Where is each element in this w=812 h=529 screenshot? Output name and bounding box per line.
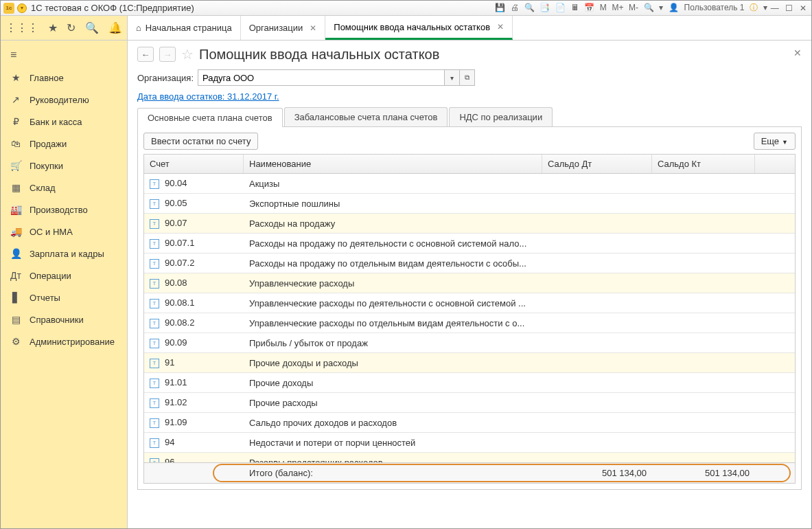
tab-assistant[interactable]: Помощник ввода начальных остатков ✕ [325,16,513,40]
table-row[interactable]: T90.09Прибыль / убыток от продаж [144,333,795,353]
hamburger-icon[interactable]: ≡ [1,43,127,67]
preview-icon[interactable]: 🔍 [524,3,535,12]
sidebar-item-5[interactable]: ▦Склад [1,177,127,199]
sidebar-item-8[interactable]: 👤Зарплата и кадры [1,243,127,264]
sidebar-item-11[interactable]: ▤Справочники [1,308,127,330]
sidebar-item-1[interactable]: ↗Руководителю [1,89,127,111]
col-debit[interactable]: Сальдо Дт [542,155,652,173]
table-row[interactable]: T90.07.1Расходы на продажу по деятельнос… [144,234,795,254]
history-icon[interactable]: ↻ [67,21,76,34]
tab-organizations[interactable]: Организации ✕ [241,16,326,40]
col-account[interactable]: Счет [144,155,244,173]
nav-forward-button[interactable]: → [159,47,176,62]
close-button[interactable]: ✕ [800,3,807,13]
zoom-icon[interactable]: 🔍 [644,3,654,12]
sidebar-icon: 🏭 [10,204,21,215]
grid-body[interactable]: T90.04АкцизыT90.05Экспортные пошлиныT90.… [144,174,795,462]
table-row[interactable]: T90.05Экспортные пошлины [144,194,795,214]
table-row[interactable]: T91.09Сальдо прочих доходов и расходов [144,413,795,433]
sidebar-item-4[interactable]: 🛒Покупки [1,155,127,177]
sidebar-item-label: Администрирование [30,337,115,347]
maximize-button[interactable]: ☐ [785,3,793,13]
memory-mminus-button[interactable]: M- [629,3,638,12]
calculator-icon[interactable]: 🖩 [571,3,579,12]
sidebar-item-6[interactable]: 🏭Производство [1,199,127,221]
star-icon[interactable]: ★ [48,21,58,34]
sidebar-icon: ▦ [10,182,21,193]
minimize-button[interactable]: — [771,3,779,13]
subtab-main-accounts[interactable]: Основные счета плана счетов [137,108,283,127]
user-name-label[interactable]: Пользователь 1 [684,3,745,12]
date-link[interactable]: Дата ввода остатков: 31.12.2017 г. [137,91,279,102]
favorite-star-icon[interactable]: ☆ [181,46,194,63]
org-input[interactable] [198,69,445,86]
sidebar-icon: ★ [10,72,21,83]
total-label: Итого (баланс): [244,468,542,478]
table-row[interactable]: T90.04Акцизы [144,174,795,194]
table-row[interactable]: T94Недостачи и потери от порчи ценностей [144,433,795,453]
info-dropdown-icon[interactable]: ▾ [763,3,767,12]
sidebar-icon: 🛍 [10,138,21,149]
table-row[interactable]: T96Резервы предстоящих расходов [144,453,795,462]
sidebar-item-0[interactable]: ★Главное [1,67,127,89]
account-icon: T [150,418,159,428]
title-bar: 1c ▾ 1С тестовая с ОКОФ (1С:Предприятие)… [1,1,811,16]
bell-icon[interactable]: 🔔 [108,21,122,34]
subtab-vat[interactable]: НДС по реализации [449,107,553,126]
sidebar-item-label: Отчеты [30,293,60,303]
sidebar-item-9[interactable]: ДтОперации [1,264,127,286]
sidebar-item-label: Руководителю [30,95,89,105]
col-credit[interactable]: Сальдо Кт [652,155,755,173]
user-icon[interactable]: 👤 [669,3,679,12]
copy-icon[interactable]: 📄 [555,3,566,12]
sidebar-item-label: Покупки [30,161,63,171]
subtab-offbalance-accounts[interactable]: Забалансовые счета плана счетов [284,107,448,126]
sidebar-item-label: Справочники [30,315,84,325]
tab-close-icon[interactable]: ✕ [497,22,504,32]
table-row[interactable]: T91Прочие доходы и расходы [144,353,795,373]
org-open-button[interactable]: ⧉ [460,69,475,86]
sidebar-item-12[interactable]: ⚙Администрирование [1,330,127,352]
table-row[interactable]: T90.08Управленческие расходы [144,273,795,293]
org-dropdown-button[interactable]: ▾ [445,69,460,86]
tab-organizations-label: Организации [249,23,303,33]
nav-sidebar: ≡ ★Главное↗Руководителю₽Банк и касса🛍Про… [1,41,128,528]
save-icon[interactable]: 💾 [495,3,505,12]
memory-m-button[interactable]: M [600,3,607,12]
enter-balances-button[interactable]: Ввести остатки по счету [143,133,258,150]
calendar-icon[interactable]: 📅 [584,3,594,12]
sidebar-item-label: Продажи [30,139,67,149]
table-row[interactable]: T91.01Прочие доходы [144,373,795,393]
sidebar-item-2[interactable]: ₽Банк и касса [1,111,127,133]
sidebar-icon: 🛒 [10,160,21,171]
sidebar-item-10[interactable]: ▋Отчеты [1,286,127,308]
nav-back-button[interactable]: ← [137,47,154,62]
table-row[interactable]: T90.07.2Расходы на продажу по отдельным … [144,254,795,273]
table-row[interactable]: T90.08.1Управленческие расходы по деятел… [144,293,795,313]
sidebar-icon: ▋ [10,292,21,303]
info-icon[interactable]: ⓘ [750,3,758,12]
more-button[interactable]: Еще▼ [754,133,796,150]
memory-mplus-button[interactable]: M+ [612,3,623,12]
compare-icon[interactable]: 📑 [540,3,550,12]
window-title: 1С тестовая с ОКОФ (1С:Предприятие) [31,3,494,13]
sidebar-item-label: Зарплата и кадры [30,249,104,259]
apps-icon[interactable]: ⋮⋮⋮ [5,21,38,34]
sidebar-item-3[interactable]: 🛍Продажи [1,133,127,155]
form-close-icon[interactable]: ✕ [793,47,802,58]
sidebar-icon: ▤ [10,314,21,325]
table-row[interactable]: T90.07Расходы на продажу [144,214,795,234]
app-menu-dropdown[interactable]: ▾ [17,3,27,13]
help-dropdown-icon[interactable]: ▾ [659,3,663,12]
tab-home[interactable]: ⌂ Начальная страница [128,16,241,40]
table-row[interactable]: T90.08.2Управленческие расходы по отдель… [144,313,795,333]
home-icon: ⌂ [136,23,141,33]
col-name[interactable]: Наименование [244,155,542,173]
sidebar-icon: ↗ [10,94,21,105]
search-icon[interactable]: 🔍 [85,21,99,34]
table-row[interactable]: T91.02Прочие расходы [144,393,795,413]
account-icon: T [150,438,159,448]
sidebar-item-7[interactable]: 🚚ОС и НМА [1,221,127,243]
print-icon[interactable]: 🖨 [511,3,519,12]
tab-close-icon[interactable]: ✕ [310,23,316,33]
